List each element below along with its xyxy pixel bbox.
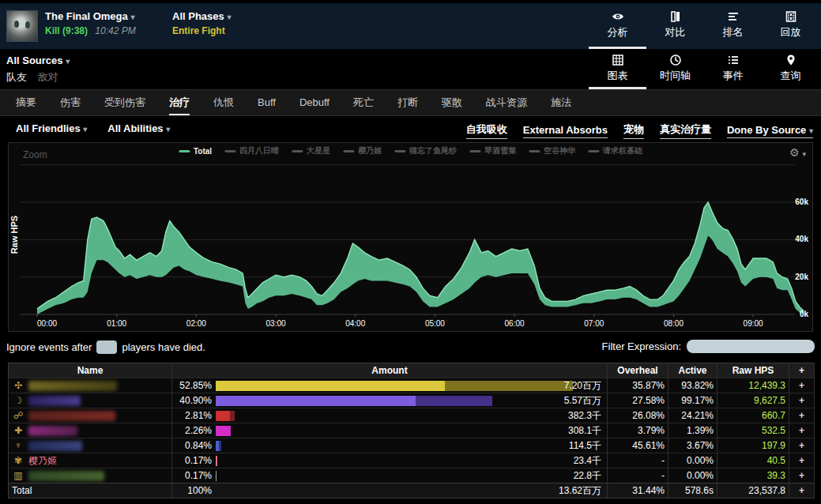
legend-item-大星星[interactable]: 大星星 [292, 145, 330, 156]
censored-player-name[interactable] [28, 396, 81, 406]
censored-player-name[interactable] [28, 471, 104, 481]
legend-dash-icon [588, 150, 599, 152]
phase-selector[interactable]: All Phases ▾ Entire Fight [172, 10, 231, 36]
legend-item-琴酒雪菜[interactable]: 琴酒雪菜 [469, 145, 516, 156]
done-by-source-dropdown[interactable]: Done By Source ▾ [727, 124, 813, 138]
svg-text:02:00: 02:00 [186, 319, 206, 328]
sources-name[interactable]: All Sources [6, 55, 63, 66]
censored-player-name[interactable] [28, 426, 77, 436]
view-pin[interactable]: 查询 [762, 49, 819, 89]
expand-row-button[interactable]: + [789, 438, 815, 453]
area-chart-canvas[interactable]: 00:0001:0002:0003:0004:0005:0006:0007:00… [9, 143, 812, 331]
filter-right: 自我吸收External Absorbs宠物真实治疗量Done By Sourc… [466, 122, 813, 139]
overheal-cell: 45.61% [608, 438, 668, 453]
nav-label: 排名 [723, 25, 744, 39]
chart-legend: Total四月八日晴大星星樱乃姬猫忘了鱼尾纱琴酒雪菜空谷神华请求权基础 [179, 145, 642, 156]
tab-Debuff[interactable]: Debuff [299, 90, 330, 115]
done-by-source-label: Done By Source [727, 124, 806, 136]
censored-player-name[interactable] [28, 411, 115, 421]
friendlies-toggle[interactable]: 队友 [6, 71, 27, 83]
svg-text:01:00: 01:00 [107, 319, 126, 328]
view-chart-grid[interactable]: 图表 [589, 49, 646, 89]
column-header-+[interactable]: + [789, 363, 815, 378]
tab-摘要[interactable]: 摘要 [16, 90, 36, 115]
legend-label: 四月八日晴 [239, 145, 279, 156]
expand-row-button[interactable]: + [789, 393, 815, 408]
chevron-down-icon: ▾ [130, 13, 134, 21]
amount-percent: 2.81% [175, 410, 212, 421]
filter-left: All Friendlies ▾All Abilities ▾ [16, 122, 170, 134]
tab-施法[interactable]: 施法 [551, 90, 571, 115]
censored-player-name[interactable] [28, 381, 117, 391]
nav-ranking[interactable]: 排名 [704, 3, 762, 49]
death-count-input[interactable] [96, 340, 117, 354]
player-name[interactable]: 樱乃姬 [28, 454, 57, 468]
legend-item-空谷神华[interactable]: 空谷神华 [529, 145, 575, 156]
filter-dropdown[interactable]: All Friendlies ▾ [16, 122, 87, 134]
tab-受到伤害[interactable]: 受到伤害 [104, 90, 145, 115]
tab-伤害[interactable]: 伤害 [60, 90, 81, 115]
healing-bar-segment [216, 411, 230, 421]
legend-item-Total[interactable]: Total [179, 145, 212, 156]
healing-bar-segment [216, 426, 231, 436]
phase-name[interactable]: All Phases [172, 10, 224, 22]
amount-bar [216, 456, 217, 466]
toggle-External Absorbs[interactable]: External Absorbs [523, 124, 608, 138]
chevron-down-icon: ▾ [802, 150, 806, 158]
expand-row-button[interactable]: + [789, 468, 815, 483]
total-amount-value: 13.62百万 [559, 484, 601, 498]
nav-compare[interactable]: 对比 [646, 3, 704, 49]
fight-selector[interactable]: The Final Omega ▾ Kill (9:38) 10:42 PM [45, 10, 136, 36]
tab-死亡[interactable]: 死亡 [353, 90, 374, 115]
pull-time: 10:42 PM [95, 25, 135, 36]
ignore-events-prefix: Ignore events after [6, 341, 92, 353]
sources-selector[interactable]: All Sources ▾ 队友 敌对 [6, 55, 70, 85]
svg-text:0k: 0k [800, 310, 809, 318]
job-icon: ✣ [12, 380, 24, 391]
column-header-Raw HPS[interactable]: Raw HPS [717, 363, 789, 378]
svg-text:05:00: 05:00 [425, 319, 445, 328]
nav-eye[interactable]: 分析 [589, 3, 646, 49]
legend-item-猫忘了鱼尾纱[interactable]: 猫忘了鱼尾纱 [394, 145, 457, 156]
tab-治疗[interactable]: 治疗 [169, 90, 190, 115]
legend-item-四月八日晴[interactable]: 四月八日晴 [224, 145, 279, 156]
svg-text:60k: 60k [795, 197, 808, 206]
view-events[interactable]: 事件 [704, 49, 762, 89]
column-header-Overheal[interactable]: Overheal [608, 363, 668, 378]
filter-expression-input[interactable] [687, 340, 815, 353]
legend-label: 空谷神华 [544, 145, 575, 156]
boss-name[interactable]: The Final Omega [45, 10, 128, 22]
total-expand-button[interactable]: + [789, 483, 815, 498]
toggle-真实治疗量[interactable]: 真实治疗量 [660, 122, 711, 139]
legend-dash-icon [343, 150, 354, 152]
enemies-toggle[interactable]: 敌对 [38, 71, 58, 83]
column-header-Active[interactable]: Active [668, 363, 717, 378]
tab-驱散[interactable]: 驱散 [442, 90, 462, 115]
tab-战斗资源[interactable]: 战斗资源 [486, 90, 527, 115]
expand-row-button[interactable]: + [789, 408, 815, 423]
tab-打断[interactable]: 打断 [397, 90, 418, 115]
column-header-Amount[interactable]: Amount [172, 363, 608, 378]
toggle-宠物[interactable]: 宠物 [623, 122, 644, 139]
toggle-自我吸收[interactable]: 自我吸收 [466, 122, 507, 139]
nav-replay[interactable]: 回放 [762, 3, 819, 49]
legend-item-请求权基础[interactable]: 请求权基础 [588, 145, 642, 156]
overheal-cell: 35.87% [608, 378, 668, 393]
view-clock[interactable]: 时间轴 [646, 49, 704, 89]
legend-item-樱乃姬[interactable]: 樱乃姬 [343, 145, 382, 156]
expand-row-button[interactable]: + [789, 378, 815, 393]
chart-settings-button[interactable]: ⚙ ▾ [789, 146, 806, 159]
tab-Buff[interactable]: Buff [258, 90, 276, 115]
expand-row-button[interactable]: + [789, 423, 815, 438]
expand-row-button[interactable]: + [789, 453, 815, 468]
boss-portrait[interactable] [6, 10, 38, 42]
legend-label: 大星星 [307, 145, 330, 156]
legend-dash-icon [179, 150, 190, 152]
column-header-Name[interactable]: Name [9, 363, 172, 378]
censored-player-name[interactable] [28, 441, 82, 451]
legend-dash-icon [394, 150, 405, 152]
amount-bar [216, 396, 492, 406]
tab-仇恨[interactable]: 仇恨 [213, 90, 234, 115]
legend-label: 请求权基础 [603, 145, 642, 156]
filter-dropdown[interactable]: All Abilities ▾ [107, 122, 170, 134]
